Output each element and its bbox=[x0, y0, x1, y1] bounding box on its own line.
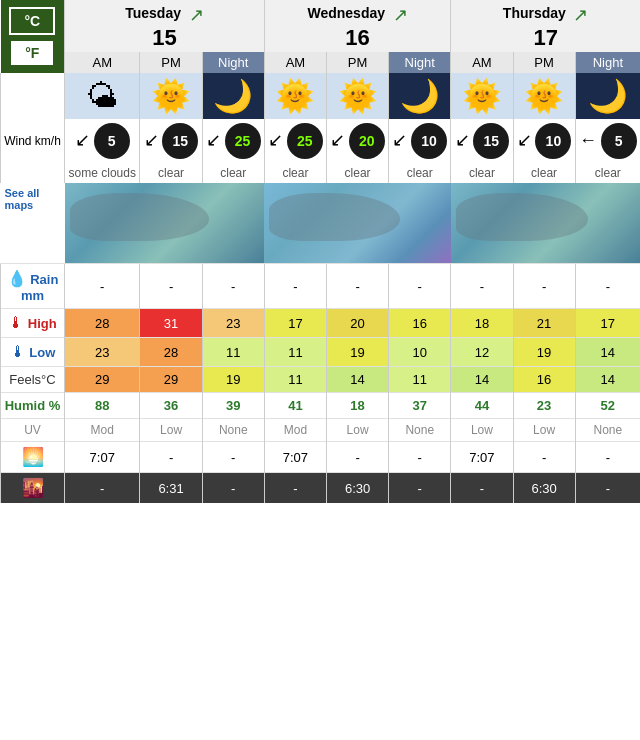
wind-thu-am: ↙ 15 bbox=[451, 119, 513, 163]
wednesday-trend: ↗ bbox=[393, 5, 408, 25]
high-thu-pm: 21 bbox=[513, 309, 575, 338]
wind-wed-pm: ↙ 20 bbox=[326, 119, 388, 163]
rain-label: 💧 Rain mm bbox=[1, 264, 65, 309]
sunset-wed-night: - bbox=[389, 473, 451, 504]
wed-night-icon: 🌙 bbox=[389, 73, 451, 119]
high-tue-pm: 31 bbox=[140, 309, 202, 338]
low-wed-pm: 19 bbox=[326, 338, 388, 367]
map-row: See all maps bbox=[1, 183, 641, 264]
wed-pm-icon: 🌞 bbox=[326, 73, 388, 119]
sunset-tue-night: - bbox=[202, 473, 264, 504]
feels-wed-pm: 14 bbox=[326, 367, 388, 393]
wind-wed-night: ↙ 10 bbox=[389, 119, 451, 163]
sky-wed-pm: clear bbox=[326, 163, 388, 183]
wed-map bbox=[264, 183, 451, 264]
wed-am-label: AM bbox=[264, 52, 326, 73]
uv-tue-am: Mod bbox=[65, 419, 140, 442]
high-row: 🌡 High 28 31 23 17 20 16 18 21 17 bbox=[1, 309, 641, 338]
sky-row: some clouds clear clear clear clear clea… bbox=[1, 163, 641, 183]
uv-wed-pm: Low bbox=[326, 419, 388, 442]
sunrise-wed-pm: - bbox=[326, 442, 388, 473]
rain-row: 💧 Rain mm - - - - - - - - - bbox=[1, 264, 641, 309]
low-wed-am: 11 bbox=[264, 338, 326, 367]
uv-label-cell: UV bbox=[1, 419, 65, 442]
feels-thu-pm: 16 bbox=[513, 367, 575, 393]
wind-tue-am: ↙ 5 bbox=[65, 119, 140, 163]
sky-tue-pm: clear bbox=[140, 163, 202, 183]
sky-label bbox=[1, 163, 65, 183]
wind-label: Wind km/h bbox=[1, 119, 65, 163]
rain-tue-night: - bbox=[202, 264, 264, 309]
thursday-header: Thursday ↗ 17 bbox=[451, 0, 640, 52]
wednesday-name: Wednesday bbox=[307, 5, 385, 21]
period-subheader: AM PM Night AM PM Night AM PM Night bbox=[1, 52, 641, 73]
rain-thu-am: - bbox=[451, 264, 513, 309]
sunrise-icon-cell: 🌅 bbox=[1, 442, 65, 473]
sunrise-tue-pm: - bbox=[140, 442, 202, 473]
thursday-trend: ↗ bbox=[573, 5, 588, 25]
rain-wed-pm: - bbox=[326, 264, 388, 309]
high-wed-pm: 20 bbox=[326, 309, 388, 338]
wed-night-label: Night bbox=[389, 52, 451, 73]
rain-thu-night: - bbox=[575, 264, 640, 309]
humid-tue-night: 39 bbox=[202, 393, 264, 419]
sunrise-wed-night: - bbox=[389, 442, 451, 473]
humid-thu-night: 52 bbox=[575, 393, 640, 419]
tue-pm-label: PM bbox=[140, 52, 202, 73]
tue-night-label: Night bbox=[202, 52, 264, 73]
thu-pm-label: PM bbox=[513, 52, 575, 73]
thermometer-low-icon: 🌡 bbox=[10, 343, 26, 360]
celsius-button[interactable]: °C bbox=[9, 7, 55, 35]
sunset-thu-pm: 6:30 bbox=[513, 473, 575, 504]
sunset-row: 🌇 - 6:31 - - 6:30 - - 6:30 - bbox=[1, 473, 641, 504]
humid-row: Humid % 88 36 39 41 18 37 44 23 52 bbox=[1, 393, 641, 419]
humid-label-cell: Humid % bbox=[1, 393, 65, 419]
rain-icon: 💧 bbox=[7, 270, 27, 287]
wed-pm-label: PM bbox=[326, 52, 388, 73]
wed-am-icon: 🌞 bbox=[264, 73, 326, 119]
sunset-thu-night: - bbox=[575, 473, 640, 504]
rain-wed-night: - bbox=[389, 264, 451, 309]
feels-tue-pm: 29 bbox=[140, 367, 202, 393]
rain-thu-pm: - bbox=[513, 264, 575, 309]
uv-wed-night: None bbox=[389, 419, 451, 442]
rain-wed-am: - bbox=[264, 264, 326, 309]
tuesday-header: Tuesday ↗ 15 bbox=[65, 0, 265, 52]
uv-thu-pm: Low bbox=[513, 419, 575, 442]
tue-map bbox=[65, 183, 265, 264]
feels-tue-am: 29 bbox=[65, 367, 140, 393]
humid-tue-am: 88 bbox=[65, 393, 140, 419]
sky-wed-night: clear bbox=[389, 163, 451, 183]
uv-thu-night: None bbox=[575, 419, 640, 442]
tue-pm-icon: 🌞 bbox=[140, 73, 202, 119]
thu-pm-icon: 🌞 bbox=[513, 73, 575, 119]
sunset-wed-am: - bbox=[264, 473, 326, 504]
tuesday-date: 15 bbox=[65, 26, 264, 50]
high-tue-am: 28 bbox=[65, 309, 140, 338]
feels-wed-am: 11 bbox=[264, 367, 326, 393]
thu-night-label: Night bbox=[575, 52, 640, 73]
thu-map bbox=[451, 183, 640, 264]
sunrise-thu-night: - bbox=[575, 442, 640, 473]
rain-tue-am: - bbox=[65, 264, 140, 309]
feels-tue-night: 19 bbox=[202, 367, 264, 393]
wind-tue-night: ↙ 25 bbox=[202, 119, 264, 163]
weather-icons-row: 🌤 🌞 🌙 🌞 🌞 🌙 🌞 🌞 🌙 bbox=[1, 73, 641, 119]
sky-tue-night: clear bbox=[202, 163, 264, 183]
low-label-cell: 🌡 Low bbox=[1, 338, 65, 367]
sunrise-wed-am: 7:07 bbox=[264, 442, 326, 473]
feels-label-cell: Feels°C bbox=[1, 367, 65, 393]
weather-table: °C °F Tuesday ↗ 15 Wednesday ↗ 16 Thursd… bbox=[0, 0, 640, 503]
high-wed-am: 17 bbox=[264, 309, 326, 338]
uv-tue-pm: Low bbox=[140, 419, 202, 442]
fahrenheit-button[interactable]: °F bbox=[9, 39, 55, 67]
wind-tue-pm: ↙ 15 bbox=[140, 119, 202, 163]
see-all-maps-link[interactable]: See all maps bbox=[1, 183, 65, 264]
sky-thu-night: clear bbox=[575, 163, 640, 183]
feels-wed-night: 11 bbox=[389, 367, 451, 393]
wind-row: Wind km/h ↙ 5 ↙ 15 ↙ 25 ↙ 25 ↙ 20 ↙ 10 ↙… bbox=[1, 119, 641, 163]
icon-row-label bbox=[1, 73, 65, 119]
sunset-icon-cell: 🌇 bbox=[1, 473, 65, 504]
thursday-name: Thursday bbox=[503, 5, 566, 21]
low-thu-am: 12 bbox=[451, 338, 513, 367]
